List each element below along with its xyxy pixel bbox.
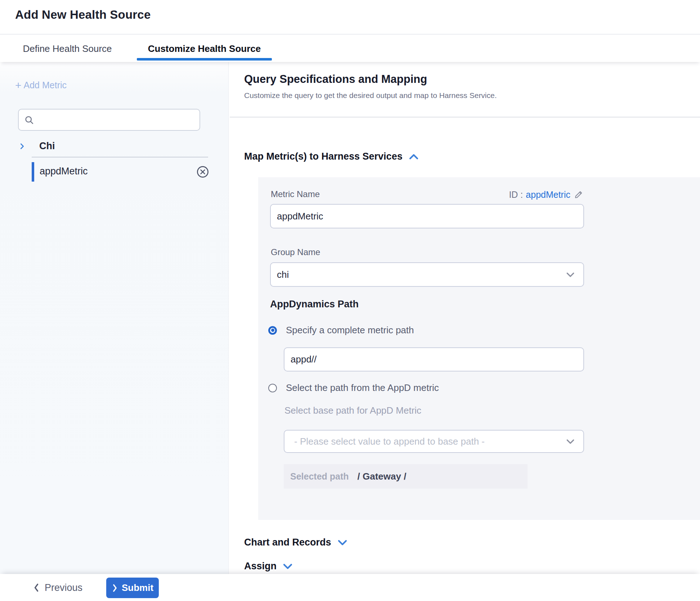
metrics-sidebar: + Add Metric xyxy=(0,62,229,574)
metric-item-label: appdMetric xyxy=(40,166,88,177)
plus-icon: + xyxy=(15,81,22,90)
metric-id-row: ID : appdMetric xyxy=(504,189,584,200)
previous-button[interactable]: Previous xyxy=(32,579,82,596)
section-assign-label: Assign xyxy=(244,561,277,572)
page-title: Add New Health Source xyxy=(15,8,151,22)
query-spec-panel: Query Specifications and Mapping Customi… xyxy=(229,62,700,574)
add-metric-button[interactable]: + Add Metric xyxy=(15,80,67,90)
metric-list-item[interactable]: appdMetric xyxy=(0,162,228,182)
metric-group-label: Chi xyxy=(39,141,55,152)
tab-customize-health-source[interactable]: Customize Health Source xyxy=(137,35,272,62)
metric-name-label: Metric Name xyxy=(271,189,320,199)
selected-path-value: / Gateway / xyxy=(358,471,407,482)
search-icon xyxy=(24,115,34,125)
edit-pencil-icon[interactable] xyxy=(573,189,584,200)
tab-label: Customize Health Source xyxy=(148,43,261,54)
panel-subheading: Customize the query to get the desired o… xyxy=(244,91,497,100)
section-assign[interactable]: Assign xyxy=(244,561,293,572)
chevron-right-icon xyxy=(112,583,118,593)
group-divider xyxy=(32,157,208,157)
section-chart-records[interactable]: Chart and Records xyxy=(244,537,348,548)
metric-search-box xyxy=(18,109,200,131)
submit-label: Submit xyxy=(122,582,153,593)
previous-label: Previous xyxy=(45,582,82,593)
metric-group: Chi xyxy=(0,141,228,157)
radio-specify-metric-path[interactable]: Specify a complete metric path xyxy=(268,325,414,336)
base-path-placeholder: - Please select value to append to base … xyxy=(294,436,565,447)
selected-path-label: Selected path xyxy=(290,471,349,482)
radio-checked-icon[interactable] xyxy=(268,326,277,335)
tab-define-health-source[interactable]: Define Health Source xyxy=(15,35,120,62)
chevron-down-icon xyxy=(565,437,576,445)
section-map-label: Map Metric(s) to Harness Services xyxy=(244,151,403,162)
chevron-right-icon[interactable] xyxy=(18,142,26,150)
group-name-value: chi xyxy=(277,269,565,280)
complete-metric-path-input[interactable] xyxy=(284,347,584,371)
panel-heading: Query Specifications and Mapping xyxy=(244,73,427,86)
metric-id-value[interactable]: appdMetric xyxy=(526,190,570,200)
radio-select-path[interactable]: Select the path from the AppD metric xyxy=(268,382,439,393)
selected-path-strip: Selected path / Gateway / xyxy=(284,464,528,489)
id-prefix-label: ID : xyxy=(509,190,523,200)
base-path-select[interactable]: - Please select value to append to base … xyxy=(284,430,584,453)
heading-divider xyxy=(230,117,700,117)
submit-button[interactable]: Submit xyxy=(106,578,159,598)
metric-group-row[interactable]: Chi xyxy=(0,141,228,152)
group-name-select[interactable]: chi xyxy=(270,262,584,287)
section-map-metrics[interactable]: Map Metric(s) to Harness Services xyxy=(244,151,419,162)
content-area: + Add Metric xyxy=(0,62,700,574)
tab-label: Define Health Source xyxy=(23,43,112,54)
radio-unchecked-icon[interactable] xyxy=(268,384,277,392)
chevron-left-icon xyxy=(32,583,40,593)
chevron-down-icon[interactable] xyxy=(337,539,348,547)
chevron-down-icon[interactable] xyxy=(282,562,293,570)
section-chart-label: Chart and Records xyxy=(244,537,331,548)
footer-bar: Previous Submit xyxy=(0,574,700,601)
delete-metric-icon[interactable] xyxy=(196,165,210,179)
appdynamics-path-title: AppDynamics Path xyxy=(270,299,359,310)
active-tab-underline xyxy=(137,58,272,61)
search-input[interactable] xyxy=(39,115,190,125)
add-metric-label: Add Metric xyxy=(24,80,67,90)
base-path-label: Select base path for AppD Metric xyxy=(284,405,421,416)
chevron-up-icon[interactable] xyxy=(408,153,419,161)
selected-metric-accent xyxy=(32,162,34,182)
radio-specify-label: Specify a complete metric path xyxy=(286,325,414,336)
add-health-source-dialog: Add New Health Source Define Health Sour… xyxy=(0,0,700,601)
metric-mapping-card: Metric Name ID : appdMetric Group Name c… xyxy=(258,177,700,520)
radio-select-label: Select the path from the AppD metric xyxy=(286,382,439,393)
chevron-down-icon xyxy=(565,271,576,279)
tab-bar: Define Health Source Customize Health So… xyxy=(0,35,700,62)
metric-name-input[interactable] xyxy=(270,204,584,228)
group-name-label: Group Name xyxy=(271,247,320,257)
title-bar: Add New Health Source xyxy=(0,0,700,35)
